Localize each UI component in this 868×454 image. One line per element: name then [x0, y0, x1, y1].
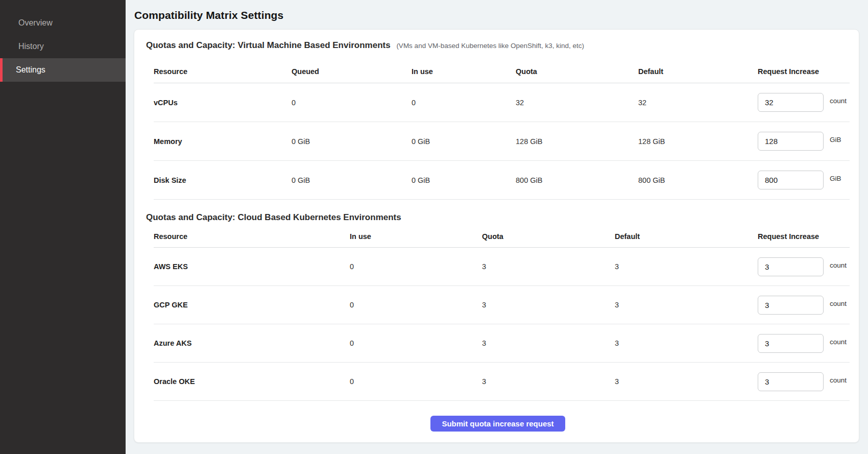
sidebar-item-label: History [18, 42, 44, 51]
resource-name: GCP GKE [154, 301, 350, 309]
queued-value: 0 GiB [292, 176, 412, 184]
queued-value: 0 GiB [292, 137, 412, 146]
submit-row: Submit quota increase request [146, 416, 850, 432]
column-header-in-use: In use [350, 232, 482, 241]
default-value: 3 [615, 377, 758, 386]
default-value: 3 [615, 301, 758, 309]
cloud-k8s-quota-table: Resource In use Quota Default Request In… [146, 223, 850, 401]
unit-label: count [830, 261, 847, 269]
in-use-value: 0 GiB [412, 176, 516, 184]
unit-label: count [830, 97, 847, 105]
table-row-memory: Memory 0 GiB 0 GiB 128 GiB 128 GiB GiB [154, 122, 850, 161]
unit-label: count [830, 338, 847, 346]
column-header-default: Default [638, 67, 758, 76]
section-title-text: Quotas and Capacity: Cloud Based Kuberne… [146, 212, 401, 222]
table-row-oracle-oke: Oracle OKE 0 3 3 count [154, 363, 850, 401]
quota-value: 800 GiB [516, 176, 638, 184]
default-value: 3 [615, 339, 758, 347]
request-increase-input-azure-aks[interactable] [758, 334, 824, 353]
sidebar-item-settings[interactable]: Settings [0, 58, 126, 82]
unit-label: GiB [830, 136, 841, 144]
settings-card: Quotas and Capacity: Virtual Machine Bas… [134, 29, 859, 443]
table-header-row: Resource Queued In use Quota Default Req… [154, 52, 850, 83]
main-content: Compatibility Matrix Settings Quotas and… [126, 0, 868, 454]
request-increase-input-aws-eks[interactable] [758, 257, 824, 276]
in-use-value: 0 [350, 377, 482, 386]
default-value: 800 GiB [638, 176, 758, 184]
column-header-quota: Quota [516, 67, 638, 76]
table-row-aws-eks: AWS EKS 0 3 3 count [154, 248, 850, 286]
table-row-vcpus: vCPUs 0 0 32 32 count [154, 83, 850, 122]
page-title: Compatibility Matrix Settings [134, 9, 859, 21]
column-header-default: Default [615, 232, 758, 241]
request-increase-input-memory[interactable] [758, 132, 824, 151]
column-header-in-use: In use [412, 67, 516, 76]
request-increase-input-disk-size[interactable] [758, 171, 824, 189]
quota-value: 128 GiB [516, 137, 638, 146]
default-value: 128 GiB [638, 137, 758, 146]
resource-name: AWS EKS [154, 262, 350, 271]
sidebar-item-overview[interactable]: Overview [0, 11, 126, 35]
resource-name: Memory [154, 137, 292, 146]
column-header-resource: Resource [154, 232, 350, 241]
unit-label: GiB [830, 175, 841, 182]
table-header-row: Resource In use Quota Default Request In… [154, 223, 850, 248]
column-header-request-increase: Request Increase [758, 232, 850, 241]
request-increase-input-oracle-oke[interactable] [758, 372, 824, 391]
vm-quota-table: Resource Queued In use Quota Default Req… [146, 52, 850, 200]
section-title-cloud-k8s: Quotas and Capacity: Cloud Based Kuberne… [146, 212, 850, 223]
column-header-quota: Quota [482, 232, 615, 241]
resource-name: Oracle OKE [154, 377, 350, 386]
resource-name: Disk Size [154, 176, 292, 184]
unit-label: count [830, 376, 847, 384]
default-value: 32 [638, 99, 758, 107]
request-increase-input-vcpus[interactable] [758, 93, 824, 112]
quota-value: 3 [482, 339, 615, 347]
column-header-queued: Queued [292, 67, 412, 76]
submit-quota-increase-button[interactable]: Submit quota increase request [430, 416, 565, 432]
section-subtitle: (VMs and VM-based Kubernetes like OpenSh… [396, 42, 584, 50]
column-header-resource: Resource [154, 67, 292, 76]
section-title-text: Quotas and Capacity: Virtual Machine Bas… [146, 40, 391, 50]
sidebar-item-history[interactable]: History [0, 35, 126, 58]
resource-name: Azure AKS [154, 339, 350, 347]
quota-value: 32 [516, 99, 638, 107]
default-value: 3 [615, 262, 758, 271]
resource-name: vCPUs [154, 99, 292, 107]
in-use-value: 0 [350, 262, 482, 271]
quota-value: 3 [482, 377, 615, 386]
quota-value: 3 [482, 301, 615, 309]
sidebar: Overview History Settings [0, 0, 126, 454]
sidebar-item-label: Settings [16, 65, 45, 75]
in-use-value: 0 [350, 339, 482, 347]
request-increase-input-gcp-gke[interactable] [758, 296, 824, 315]
table-row-gcp-gke: GCP GKE 0 3 3 count [154, 286, 850, 324]
queued-value: 0 [292, 99, 412, 107]
table-row-disk-size: Disk Size 0 GiB 0 GiB 800 GiB 800 GiB Gi… [154, 161, 850, 200]
table-row-azure-aks: Azure AKS 0 3 3 count [154, 324, 850, 363]
in-use-value: 0 [412, 99, 516, 107]
in-use-value: 0 GiB [412, 137, 516, 146]
column-header-request-increase: Request Increase [758, 67, 850, 76]
sidebar-item-label: Overview [18, 18, 53, 28]
section-title-vm: Quotas and Capacity: Virtual Machine Bas… [146, 40, 850, 52]
quota-value: 3 [482, 262, 615, 271]
unit-label: count [830, 300, 847, 307]
in-use-value: 0 [350, 301, 482, 309]
